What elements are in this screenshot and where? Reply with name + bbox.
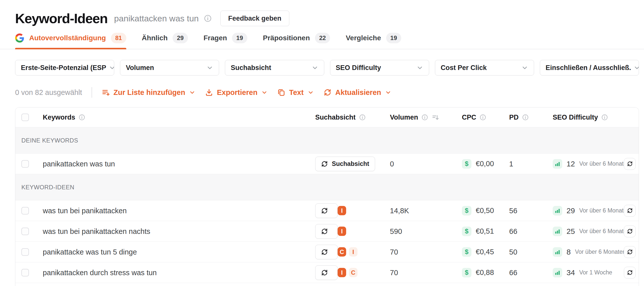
chevron-down-icon — [521, 64, 528, 71]
intent-badge-i: I — [338, 268, 346, 277]
text-button[interactable]: Text — [277, 88, 314, 97]
row-checkbox[interactable] — [21, 248, 29, 256]
row-checkbox[interactable] — [21, 160, 29, 168]
intent-reveal-button[interactable] — [315, 224, 338, 239]
refresh-icon — [321, 248, 328, 256]
intent-reveal-button[interactable] — [315, 203, 338, 218]
info-icon[interactable] — [359, 114, 366, 121]
cpc-value: €0,51 — [476, 227, 494, 235]
intent-cell: IC — [315, 265, 357, 280]
cpc-cell: $ €0,88 — [462, 268, 494, 277]
table-row: panikattacke was tun 5 dinge CI 70 $ €0,… — [15, 242, 639, 262]
tab-label: Präpositionen — [263, 34, 310, 42]
tab-count-badge: 19 — [232, 33, 247, 43]
row-refresh-button[interactable] — [624, 158, 636, 170]
cpc-cell: $ €0,51 — [462, 227, 494, 236]
sort-desc-icon[interactable] — [432, 114, 439, 121]
refresh-icon — [321, 269, 328, 276]
cpc-value: €0,50 — [476, 206, 494, 215]
add-to-list-button[interactable]: Zur Liste hinzufügen — [102, 88, 195, 97]
chevron-down-icon — [307, 89, 314, 96]
filter-cpc-select[interactable]: Cost Per Click — [435, 60, 534, 76]
row-checkbox[interactable] — [21, 207, 29, 214]
info-icon[interactable] — [479, 114, 486, 121]
refresh-button[interactable]: Aktualisieren — [324, 88, 391, 97]
pd-value: 66 — [509, 227, 517, 235]
table-row: panikattacken durch stress was tun IC 70… — [15, 262, 639, 283]
feedback-button[interactable]: Feedback geben — [220, 11, 289, 26]
intent-badge-c: C — [349, 268, 357, 277]
chevron-down-icon — [385, 89, 391, 96]
dollar-icon: $ — [462, 227, 471, 236]
dollar-icon: $ — [462, 268, 471, 277]
export-button[interactable]: Exportieren — [205, 88, 268, 97]
intent-badge-c: C — [338, 247, 346, 257]
tab-label: Vergleiche — [346, 34, 381, 42]
sd-value: 25 — [567, 227, 575, 236]
intent-badges: IC — [338, 268, 357, 277]
download-icon — [205, 88, 213, 96]
select-all-checkbox[interactable] — [21, 114, 29, 121]
filter-seo-difficulty-select[interactable]: SEO Difficulty — [330, 60, 429, 76]
tab-aehnlich[interactable]: Ähnlich 29 — [142, 33, 188, 49]
row-checkbox[interactable] — [21, 228, 29, 235]
info-icon[interactable] — [204, 14, 212, 22]
intent-cell: I — [315, 224, 346, 239]
cpc-value: €0,45 — [476, 248, 494, 256]
row-refresh-button[interactable] — [624, 267, 636, 278]
column-volume: Volumen — [390, 114, 418, 121]
intent-reveal-button[interactable] — [315, 245, 338, 259]
filters-bar: Erste-Seite-Potenzial (ESP Volumen Sucha… — [15, 60, 639, 76]
selection-count: 0 von 82 ausgewählt — [15, 88, 82, 97]
intent-badges: CI — [338, 247, 357, 257]
refresh-icon — [321, 228, 328, 235]
refresh-icon — [321, 207, 328, 214]
table-row: was tun bei panikattacken I 14,8K $ €0,5… — [15, 200, 639, 221]
sd-value: 29 — [567, 206, 575, 215]
chevron-down-icon — [311, 64, 318, 71]
info-icon[interactable] — [421, 114, 428, 121]
intent-badge-i: I — [349, 247, 357, 257]
filter-intent-select[interactable]: Suchabsicht — [225, 60, 324, 76]
filter-include-exclude-select[interactable]: Einschließen / Ausschließ. — [540, 60, 639, 76]
dollar-icon: $ — [462, 159, 471, 169]
keyword-link[interactable]: panikattacken durch stress was tun — [43, 268, 157, 277]
column-pd: PD — [509, 114, 519, 121]
tab-autovervollstaendigung[interactable]: Autovervollständigung 81 — [15, 33, 126, 49]
bar-chart-icon — [553, 159, 562, 169]
intent-reveal-button[interactable] — [315, 265, 338, 280]
column-intent: Suchabsicht — [315, 114, 356, 121]
keyword-link[interactable]: panikattacken was tun — [43, 160, 115, 168]
info-icon[interactable] — [78, 114, 85, 121]
intent-cell: CI — [315, 245, 357, 259]
bar-chart-icon — [553, 206, 562, 216]
sd-cell: 25 Vor über 6 Monaten — [553, 227, 630, 236]
tab-count-badge: 19 — [386, 33, 401, 43]
sd-cell: 12 Vor über 6 Monaten — [553, 159, 630, 169]
cpc-value: €0,88 — [476, 268, 494, 277]
keyword-link[interactable]: panikattacke was tun 5 dinge — [43, 248, 137, 256]
keyword-link[interactable]: was tun bei panikattacken nachts — [43, 227, 150, 235]
filter-esp-select[interactable]: Erste-Seite-Potenzial (ESP — [15, 60, 114, 76]
tab-praepositionen[interactable]: Präpositionen 22 — [263, 33, 330, 49]
pd-value: 66 — [509, 268, 517, 277]
row-checkbox[interactable] — [21, 269, 29, 276]
sd-value: 34 — [567, 268, 575, 277]
tab-fragen[interactable]: Fragen 19 — [204, 33, 247, 49]
intent-cell: Suchabsicht — [315, 157, 375, 171]
intent-badges: I — [338, 227, 346, 236]
filter-volume-select[interactable]: Volumen — [120, 60, 219, 76]
page-title: Keyword-Ideen — [15, 11, 108, 26]
row-refresh-button[interactable] — [624, 205, 636, 217]
tab-vergleiche[interactable]: Vergleiche 19 — [346, 33, 401, 49]
sd-cell: 29 Vor über 6 Monaten — [553, 206, 630, 216]
intent-reveal-button[interactable]: Suchabsicht — [315, 157, 375, 171]
page-header: Keyword-Ideen panikattacken was tun Feed… — [0, 0, 644, 26]
info-icon[interactable] — [522, 114, 529, 121]
row-refresh-button[interactable] — [624, 225, 636, 237]
refresh-icon — [324, 88, 332, 96]
table-row: panikattacken was tun Suchabsicht 0 $ €0… — [15, 154, 639, 174]
keyword-link[interactable]: was tun bei panikattacken — [43, 206, 127, 215]
row-refresh-button[interactable] — [624, 246, 636, 258]
info-icon[interactable] — [601, 114, 608, 121]
